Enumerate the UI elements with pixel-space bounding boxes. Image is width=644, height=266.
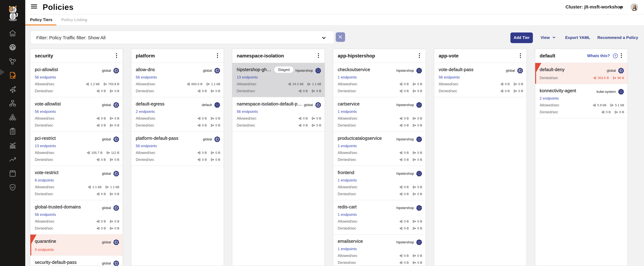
svg-text:ns: ns	[318, 72, 318, 72]
svg-text:ns: ns	[419, 72, 420, 72]
svg-text:ns: ns	[419, 140, 420, 141]
svg-text:?: ?	[614, 54, 616, 58]
svg-text:ns: ns	[621, 93, 621, 94]
svg-text:ns: ns	[217, 106, 218, 107]
svg-text:ns: ns	[419, 175, 420, 176]
svg-text:ns: ns	[419, 106, 420, 107]
svg-text:ns: ns	[419, 243, 420, 244]
svg-text:ns: ns	[419, 209, 420, 210]
